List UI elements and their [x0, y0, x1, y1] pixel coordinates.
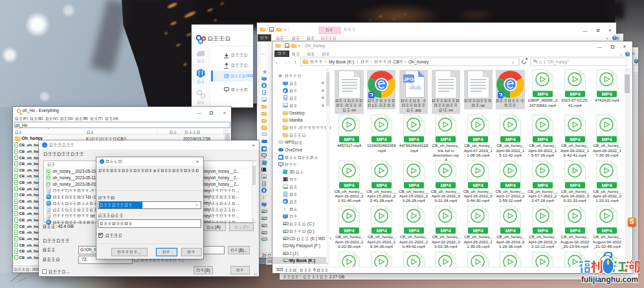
svg-text:MP4: MP4: [602, 137, 613, 142]
svg-text:MP4: MP4: [505, 228, 516, 234]
svg-text:MP4: MP4: [570, 137, 581, 142]
svg-text:MP4: MP4: [408, 183, 419, 188]
svg-text:MP4: MP4: [505, 137, 516, 142]
svg-text:MP4: MP4: [376, 228, 387, 234]
svg-text:MP4: MP4: [537, 137, 548, 142]
svg-text:MP4: MP4: [376, 137, 387, 142]
svg-text:MP4: MP4: [602, 183, 613, 188]
svg-text:MP4: MP4: [344, 137, 355, 142]
svg-text:MP4: MP4: [473, 228, 484, 234]
svg-text:MP4: MP4: [408, 228, 419, 234]
svg-text:MP4: MP4: [537, 228, 548, 234]
svg-text:MP4: MP4: [537, 183, 548, 188]
svg-text:MP4: MP4: [441, 137, 452, 142]
svg-text:MP4: MP4: [570, 228, 581, 234]
svg-text:fulijianghu.com: fulijianghu.com: [581, 275, 638, 284]
svg-text:MP4: MP4: [602, 228, 613, 234]
svg-text:JPG: JPG: [403, 76, 414, 82]
svg-text:MP4: MP4: [473, 137, 484, 142]
svg-text:MP4: MP4: [537, 91, 548, 97]
svg-text:MP4: MP4: [408, 137, 419, 142]
svg-text:MP4: MP4: [344, 183, 355, 188]
svg-text:MP4: MP4: [441, 183, 452, 188]
svg-text:MP4: MP4: [344, 228, 355, 234]
svg-text:MP4: MP4: [376, 183, 387, 188]
svg-text:MP4: MP4: [441, 228, 452, 234]
svg-text:MP4: MP4: [570, 91, 581, 97]
svg-text:MP4: MP4: [505, 183, 516, 188]
svg-text:MP4: MP4: [570, 183, 581, 188]
svg-text:MP4: MP4: [602, 91, 613, 97]
svg-text:MP4: MP4: [473, 183, 484, 188]
